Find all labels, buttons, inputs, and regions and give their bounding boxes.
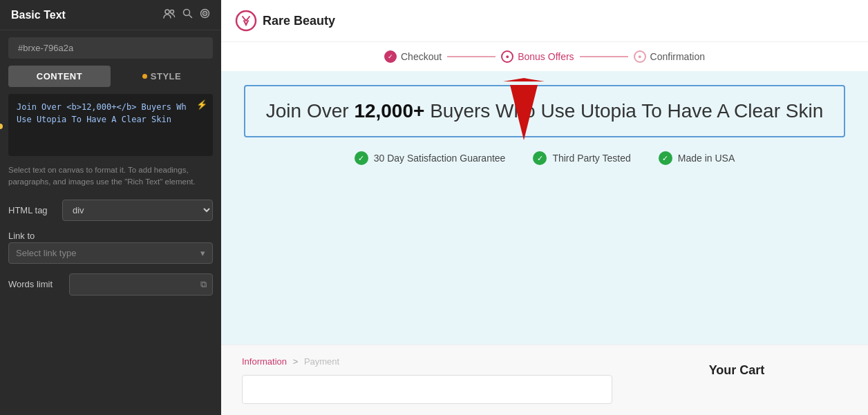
top-nav: Rare Beauty bbox=[221, 0, 868, 42]
chevron-down-icon: ▾ bbox=[200, 248, 205, 258]
badge-guarantee-text: 30 Day Satisfaction Guarantee bbox=[374, 153, 506, 164]
steps-bar: ✓ Checkout ● Bonus Offers ● Confirmation bbox=[221, 42, 868, 71]
badge-usa-text: Made in USA bbox=[678, 153, 735, 164]
breadcrumb: Information > Payment bbox=[242, 356, 612, 367]
search-icon[interactable] bbox=[182, 8, 193, 21]
svg-point-0 bbox=[165, 10, 169, 14]
left-panel: Basic Text CONTENT STYLE Join Over <b>12… bbox=[0, 0, 221, 415]
svg-point-1 bbox=[171, 10, 174, 13]
bottom-left: Information > Payment bbox=[242, 356, 626, 404]
headline-suffix: Buyers Who Use Utopia To Have A Clear Sk… bbox=[424, 100, 823, 122]
svg-marker-7 bbox=[510, 85, 538, 140]
step-circle-bonus: ● bbox=[501, 50, 513, 63]
brand-logo: Rare Beauty bbox=[235, 10, 335, 32]
step-bonus: ● Bonus Offers bbox=[501, 50, 574, 63]
words-limit-label: Words limit bbox=[8, 279, 64, 289]
red-arrow-icon bbox=[489, 78, 558, 147]
panel-icons bbox=[163, 8, 210, 21]
badge-usa: ✓ Made in USA bbox=[659, 151, 735, 165]
text-editor-textarea[interactable]: Join Over <b>12,000+</b> Buyers Wh Use U… bbox=[8, 94, 213, 156]
words-limit-row: Words limit ⧉ bbox=[0, 269, 221, 300]
right-panel: Rare Beauty ✓ Checkout ● Bonus Offers ● … bbox=[221, 0, 868, 415]
words-limit-input[interactable]: ⧉ bbox=[69, 273, 213, 296]
style-tab[interactable]: STYLE bbox=[111, 66, 213, 87]
check-icon-usa: ✓ bbox=[659, 151, 672, 165]
check-icon-third-party: ✓ bbox=[533, 151, 547, 165]
panel-title: Basic Text bbox=[11, 9, 66, 21]
target-icon[interactable] bbox=[200, 8, 210, 21]
text-editor-row: Join Over <b>12,000+</b> Buyers Wh Use U… bbox=[8, 94, 213, 159]
breadcrumb-link[interactable]: Information bbox=[242, 356, 287, 367]
users-icon[interactable] bbox=[163, 9, 176, 21]
badge-third-party: ✓ Third Party Tested bbox=[533, 151, 630, 165]
html-tag-label: HTML tag bbox=[8, 205, 57, 215]
hero-section: Join Over 12,000+ Buyers Who Use Utopia … bbox=[221, 71, 868, 345]
bottom-section: Information > Payment Your Cart bbox=[221, 345, 868, 415]
check-icon-guarantee: ✓ bbox=[355, 151, 368, 165]
breadcrumb-separator: > bbox=[293, 356, 299, 367]
link-to-section: Link to Select link type ▾ bbox=[0, 226, 221, 269]
step-circle-checkout: ✓ bbox=[384, 50, 397, 63]
yellow-dot-indicator bbox=[0, 124, 3, 129]
brand-logo-icon bbox=[235, 10, 257, 32]
cart-title: Your Cart bbox=[626, 356, 847, 385]
svg-marker-8 bbox=[503, 78, 545, 81]
tab-row: CONTENT STYLE bbox=[8, 66, 213, 87]
hint-text: Select text on canvas to format it. To a… bbox=[8, 164, 213, 189]
step-label-confirmation: Confirmation bbox=[650, 51, 705, 62]
step-line-1 bbox=[447, 56, 496, 57]
badge-guarantee: ✓ 30 Day Satisfaction Guarantee bbox=[355, 151, 506, 165]
html-tag-select[interactable]: div span p h1 h2 bbox=[62, 200, 213, 221]
content-tab[interactable]: CONTENT bbox=[8, 66, 111, 87]
svg-point-5 bbox=[205, 13, 206, 15]
link-to-label: Link to bbox=[0, 226, 221, 242]
payment-form-input[interactable] bbox=[242, 375, 612, 404]
svg-point-2 bbox=[184, 10, 190, 16]
breadcrumb-current: Payment bbox=[304, 356, 339, 367]
headline-prefix: Join Over bbox=[266, 100, 355, 122]
style-dot-indicator bbox=[142, 74, 147, 79]
element-id-field[interactable] bbox=[8, 37, 213, 59]
cart-panel: Your Cart bbox=[626, 356, 847, 404]
arrow-indicator bbox=[489, 78, 558, 150]
headline-bold: 12,000+ bbox=[354, 100, 424, 122]
link-type-select[interactable]: Select link type ▾ bbox=[8, 242, 213, 264]
step-checkout: ✓ Checkout bbox=[384, 50, 442, 63]
html-tag-row: HTML tag div span p h1 h2 bbox=[0, 194, 221, 226]
step-confirmation: ● Confirmation bbox=[634, 50, 705, 63]
step-label-bonus: Bonus Offers bbox=[518, 51, 574, 62]
badges-row: ✓ 30 Day Satisfaction Guarantee ✓ Third … bbox=[242, 151, 847, 165]
link-type-placeholder: Select link type bbox=[16, 248, 76, 258]
brand-name: Rare Beauty bbox=[263, 14, 335, 28]
step-line-2 bbox=[580, 56, 628, 57]
badge-third-party-text: Third Party Tested bbox=[552, 153, 630, 164]
step-label-checkout: Checkout bbox=[401, 51, 442, 62]
panel-header: Basic Text bbox=[0, 0, 221, 30]
copy-icon: ⧉ bbox=[200, 279, 207, 290]
lightning-icon: ⚡ bbox=[196, 99, 207, 110]
step-circle-confirmation: ● bbox=[634, 50, 646, 63]
